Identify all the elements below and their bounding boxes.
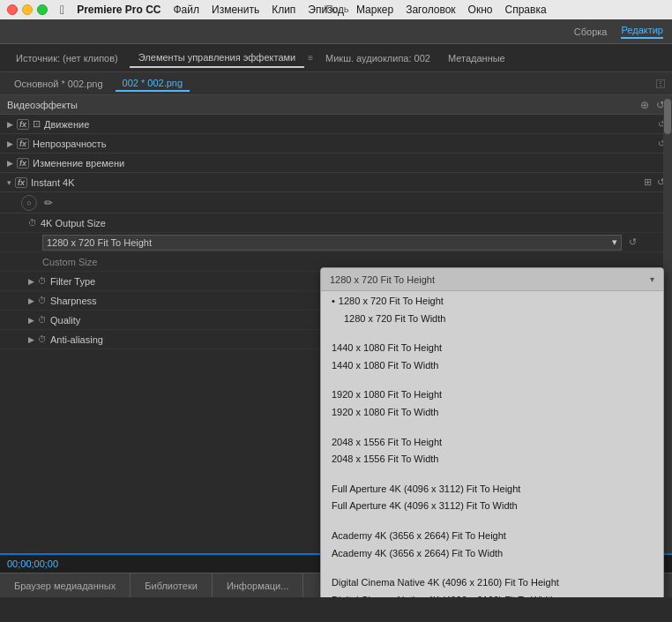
effect-row-motion[interactable]: ▶ fx ⊡ Движение ↺: [0, 115, 672, 134]
dropdown-item-1920-height[interactable]: 1920 x 1080 Fit To Height: [332, 386, 653, 404]
clip-tabs: Основной * 002.png 002 * 002.png ⋮: [0, 72, 672, 95]
effect-row-instant4k[interactable]: ▾ fx Instant 4K ⊞ ↺: [0, 173, 672, 192]
output-size-dropdown-row: 1280 x 720 Fit To Height ▾ ↺: [0, 233, 672, 252]
effects-panel: Видеоэффекты ⊕ ↺ ▶ fx ⊡ Движение ↺ ▶ fx …: [0, 95, 672, 597]
section-label: Видеоэффекты: [7, 100, 78, 110]
fx-badge: fx: [15, 177, 27, 188]
dropdown-item-1280-height[interactable]: •1280 x 720 Fit To Height: [332, 293, 653, 311]
clip-tab-master[interactable]: Основной * 002.png: [7, 77, 110, 91]
menu-marker[interactable]: Маркер: [356, 4, 393, 16]
chevron-right-icon: ▶: [28, 296, 34, 305]
scrollbar-thumb[interactable]: [664, 99, 671, 134]
fx-badge: fx: [17, 119, 29, 130]
bottom-tab-media-browser[interactable]: Браузер медиаданных: [0, 573, 131, 597]
dropdown-item-full-aperture-height[interactable]: Full Aperture 4K (4096 x 3112) Fit To He…: [332, 481, 653, 498]
scrollbar[interactable]: [663, 95, 672, 597]
chevron-right-icon: ▶: [7, 159, 13, 168]
close-button[interactable]: [7, 4, 18, 15]
dropdown-item-digital-cinema-height[interactable]: Digital Cinema Native 4K (4096 x 2160) F…: [332, 574, 653, 592]
dropdown-current-value: 1280 x 720 Fit To Height: [47, 237, 152, 248]
workspace-tabbar: Сборка Редактир: [0, 19, 672, 44]
panel-options-icon[interactable]: ⋮: [656, 79, 665, 88]
apple-logo-icon: : [60, 3, 64, 17]
circle-tool-icon[interactable]: ○: [21, 195, 37, 211]
window-title: /Поль: [324, 4, 349, 14]
chevron-right-icon: ▶: [28, 335, 34, 344]
bottom-tab-libraries[interactable]: Библиотеки: [131, 573, 213, 597]
dropdown-group-digital-cinema: Digital Cinema Native 4K (4096 x 2160) F…: [321, 573, 663, 597]
subeffect-label-quality: Quality: [50, 315, 80, 326]
to-comp-icon[interactable]: ⊞: [644, 176, 652, 188]
panel-tab-effects-controls[interactable]: Элементы управления эффектами: [130, 49, 304, 68]
dropdown-item-academy-width[interactable]: Academy 4K (3656 x 2664) Fit To Width: [332, 545, 653, 563]
dropdown-item-1280-width[interactable]: 1280 x 720 Fit To Width: [332, 311, 653, 328]
dropdown-item-2048-width[interactable]: 2048 x 1556 Fit To Width: [332, 451, 653, 468]
dropdown-item-1440-height[interactable]: 1440 x 1080 Fit To Height: [332, 340, 653, 357]
dropdown-item-1920-width[interactable]: 1920 x 1080 Fit To Width: [332, 404, 653, 422]
panel-tab-metadata[interactable]: Метаданные: [439, 49, 514, 67]
menu-clip[interactable]: Клип: [272, 4, 295, 16]
effect-name-opacity: Непрозрачность: [33, 139, 106, 149]
dropdown-item-full-aperture-width[interactable]: Full Aperture 4K (4096 x 3112) Fit To Wi…: [332, 498, 653, 515]
timer-icon: ⏱: [38, 276, 47, 286]
dropdown-close-chevron: ▾: [650, 274, 654, 284]
timer-icon: ⏱: [38, 334, 47, 344]
motion-icon: ⊡: [33, 118, 41, 130]
subeffect-4k-output-size[interactable]: ⏱ 4K Output Size: [0, 214, 672, 233]
dropdown-group-1280: •1280 x 720 Fit To Height 1280 x 720 Fit…: [321, 291, 663, 333]
chevron-right-icon: ▶: [7, 120, 13, 129]
dropdown-group-academy: Academy 4K (3656 x 2664) Fit To Height A…: [321, 526, 663, 567]
menu-help[interactable]: Справка: [505, 4, 547, 16]
effect-name-time: Изменение времени: [33, 158, 124, 169]
dropdown-item-academy-height[interactable]: Academy 4K (3656 x 2664) Fit To Height: [332, 528, 653, 545]
timer-icon: ⏱: [38, 296, 47, 305]
dropdown-header[interactable]: 1280 x 720 Fit To Height ▾: [321, 268, 663, 291]
clip-tab-active[interactable]: 002 * 002.png: [116, 76, 190, 92]
timer-icon: ⏱: [38, 315, 47, 325]
dropdown-header-text: 1280 x 720 Fit To Height: [330, 274, 650, 285]
pencil-tool-icon[interactable]: ✏: [44, 197, 53, 209]
dropdown-item-digital-cinema-width[interactable]: Digital Cinema Native 4K (4096 x 2160) F…: [332, 592, 653, 597]
dropdown-group-full-aperture: Full Aperture 4K (4096 x 3112) Fit To He…: [321, 479, 663, 521]
effect-name-motion: Движение: [44, 119, 89, 130]
traffic-lights: [7, 4, 48, 15]
effect-name-instant4k: Instant 4K: [31, 177, 75, 188]
fx-badge: fx: [17, 139, 29, 149]
dropdown-item-2048-height[interactable]: 2048 x 1556 Fit To Height: [332, 434, 653, 452]
menu-icon[interactable]: ≡: [308, 53, 313, 63]
tab-editing[interactable]: Редактир: [621, 25, 663, 39]
panel-tab-audio-mixer[interactable]: Микш. аудиоклипа: 002: [317, 49, 439, 67]
add-effect-icon[interactable]: ⊕: [640, 99, 649, 111]
dropdown-group-1920: 1920 x 1080 Fit To Height 1920 x 1080 Fi…: [321, 385, 663, 426]
chevron-right-icon: ▶: [28, 277, 34, 286]
chevron-right-icon: ▶: [28, 316, 34, 325]
effect-row-time[interactable]: ▶ fx Изменение времени: [0, 154, 672, 173]
effect-row-opacity[interactable]: ▶ fx Непрозрачность ↺: [0, 134, 672, 154]
subeffect-label-sharpness: Sharpness: [50, 296, 97, 306]
menu-title[interactable]: Заголовок: [406, 4, 455, 16]
panel-header: Источник: (нет клипов) Элементы управлен…: [0, 44, 672, 72]
maximize-button[interactable]: [37, 4, 48, 15]
tab-assembly[interactable]: Сборка: [574, 26, 608, 37]
bottom-tab-info[interactable]: Информаци...: [213, 573, 304, 597]
subeffect-label-output-size: 4K Output Size: [41, 218, 106, 229]
instant4k-tools: ○ ✏: [0, 192, 672, 214]
dropdown-group-1440: 1440 x 1080 Fit To Height 1440 x 1080 Fi…: [321, 338, 663, 379]
menu-window[interactable]: Окно: [468, 4, 493, 16]
reset-output-size-btn[interactable]: ↺: [629, 236, 637, 248]
subeffect-label-custom-size: Custom Size: [42, 257, 97, 267]
subeffect-label-anti-aliasing: Anti-aliasing: [50, 334, 103, 345]
dropdown-item-1440-width[interactable]: 1440 x 1080 Fit To Width: [332, 357, 653, 375]
panel-tab-source[interactable]: Источник: (нет клипов): [7, 49, 127, 67]
minimize-button[interactable]: [22, 4, 33, 15]
chevron-right-icon: ▶: [7, 139, 13, 148]
output-size-select[interactable]: 1280 x 720 Fit To Height ▾: [42, 235, 622, 251]
dropdown-chevron-icon: ▾: [612, 236, 617, 248]
menu-file[interactable]: Файл: [174, 4, 200, 16]
timer-icon: ⏱: [28, 218, 37, 228]
menu-edit[interactable]: Изменить: [212, 4, 259, 16]
fx-badge: fx: [17, 158, 29, 169]
section-header-video-effects: Видеоэффекты ⊕ ↺: [0, 95, 672, 115]
app-name[interactable]: Premiere Pro CC: [77, 4, 161, 16]
chevron-down-icon: ▾: [7, 178, 11, 187]
